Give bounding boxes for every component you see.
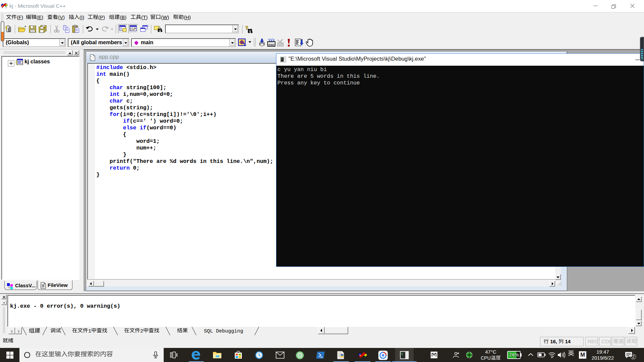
svg-text:?: ?: [245, 25, 248, 31]
svg-text:2: 2: [632, 354, 635, 359]
